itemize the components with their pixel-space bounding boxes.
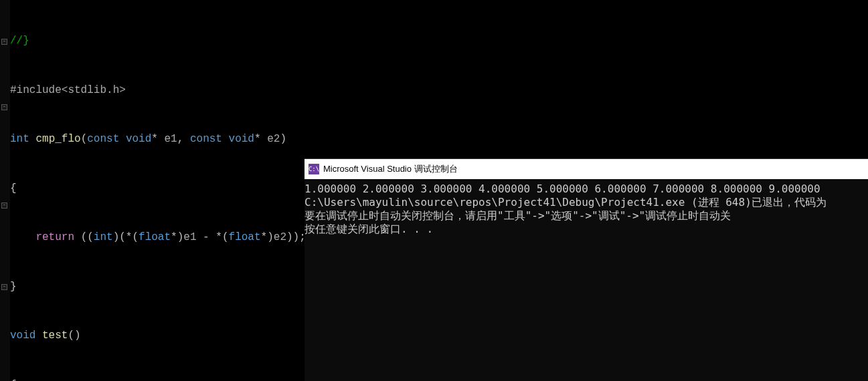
return-stmt: return ((int)(*(float*)e1 - *(float*)e2)…: [10, 231, 306, 243]
console-titlebar[interactable]: C:\ Microsoft Visual Studio 调试控制台: [305, 159, 868, 179]
function-name: cmp_flo: [35, 133, 80, 145]
brace: }: [10, 281, 17, 293]
parens: (): [68, 330, 80, 342]
console-line: C:\Users\mayulin\source\repos\Project41\…: [305, 196, 868, 209]
params: (const void* e1, const void* e2): [81, 133, 286, 145]
console-line: 按任意键关闭此窗口. . .: [305, 223, 868, 236]
fold-toggle[interactable]: -: [1, 284, 7, 290]
function-name: test: [42, 330, 68, 342]
fold-toggle[interactable]: -: [1, 39, 7, 45]
brace: {: [10, 379, 17, 382]
fold-toggle[interactable]: -: [1, 104, 7, 110]
code-line[interactable]: //}: [10, 33, 868, 49]
code-line[interactable]: #include<stdlib.h>: [10, 82, 868, 99]
keyword: void: [10, 330, 35, 342]
comment: //}: [10, 35, 29, 47]
code-line[interactable]: int cmp_flo(const void* e1, const void* …: [10, 131, 868, 148]
console-line: 1.000000 2.000000 3.000000 4.000000 5.00…: [305, 182, 868, 196]
console-icon: C:\: [309, 164, 319, 174]
preprocessor: #include: [10, 84, 62, 96]
include-path: <stdlib.h>: [62, 84, 126, 96]
gutter: - - - -: [0, 0, 10, 381]
brace: {: [10, 182, 17, 195]
fold-toggle[interactable]: -: [1, 203, 7, 209]
console-line: 要在调试停止时自动关闭控制台，请启用"工具"->"选项"->"调试"->"调试停…: [305, 209, 868, 223]
console-title-text: Microsoft Visual Studio 调试控制台: [323, 163, 458, 175]
console-output[interactable]: 1.000000 2.000000 3.000000 4.000000 5.00…: [305, 179, 868, 236]
debug-console-window[interactable]: C:\ Microsoft Visual Studio 调试控制台 1.0000…: [305, 158, 868, 381]
keyword: int: [10, 133, 29, 145]
